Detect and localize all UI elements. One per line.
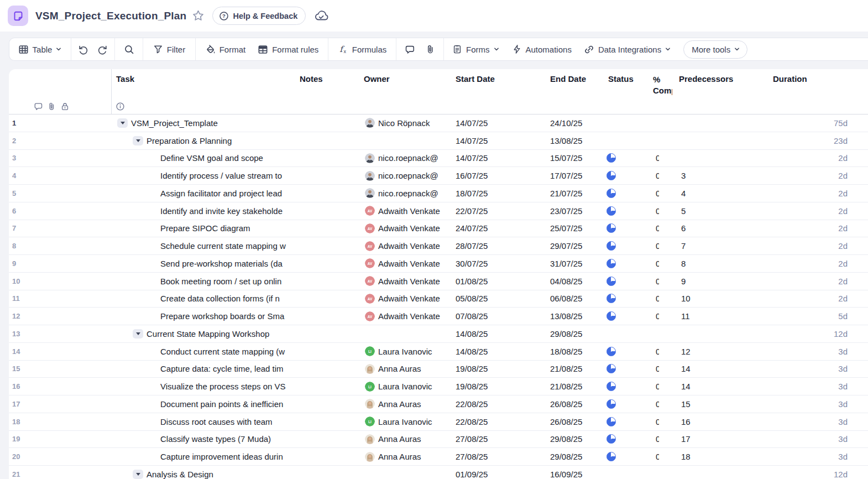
task-cell[interactable]: Classify waste types (7 Muda) <box>111 431 294 448</box>
row-number[interactable]: 9 <box>9 255 28 272</box>
task-cell[interactable]: Current State Mapping Workshop <box>111 325 294 342</box>
row-number[interactable]: 13 <box>9 325 28 342</box>
end-date-cell[interactable]: 16/09/25 <box>550 466 582 479</box>
percent-complete-cell[interactable] <box>656 132 659 149</box>
comment-icon[interactable] <box>34 102 43 111</box>
owner-cell[interactable]: LILaura Ivanovic <box>365 413 441 430</box>
toolbar-comment-icon[interactable] <box>405 44 415 55</box>
row-number[interactable]: 6 <box>9 202 28 220</box>
percent-complete-cell[interactable]: 0 <box>656 150 659 167</box>
end-date-cell[interactable]: 18/08/25 <box>550 343 582 360</box>
duration-cell[interactable]: 3d <box>773 361 848 378</box>
toolbar-filter[interactable]: Filter <box>153 44 185 54</box>
percent-complete-cell[interactable]: 0 <box>656 378 659 395</box>
owner-cell[interactable] <box>365 132 441 149</box>
task-cell[interactable]: Document pain points & inefficien <box>111 395 294 413</box>
status-cell[interactable] <box>606 395 616 413</box>
duration-cell[interactable]: 2d <box>773 202 848 220</box>
predecessors-cell[interactable]: 14 <box>681 378 691 395</box>
row-number[interactable]: 8 <box>9 237 28 254</box>
predecessors-cell[interactable]: 8 <box>681 255 686 272</box>
start-date-cell[interactable]: 16/07/25 <box>456 167 488 184</box>
predecessors-cell[interactable]: 15 <box>681 395 691 413</box>
toolbar-attachment-icon[interactable] <box>425 44 436 55</box>
row-number[interactable]: 2 <box>9 132 28 149</box>
start-date-cell[interactable]: 14/07/25 <box>456 132 488 149</box>
owner-cell[interactable] <box>365 466 441 479</box>
task-cell[interactable]: Define VSM goal and scope <box>111 150 294 167</box>
predecessors-cell[interactable]: 14 <box>681 361 691 378</box>
predecessors-cell[interactable]: 6 <box>681 220 686 237</box>
row-number[interactable]: 14 <box>9 343 28 360</box>
percent-complete-cell[interactable]: 0 <box>656 290 659 308</box>
row-number[interactable]: 10 <box>9 273 28 290</box>
duration-cell[interactable]: 2d <box>773 220 848 237</box>
start-date-cell[interactable]: 14/07/25 <box>456 114 488 132</box>
column-header-start-date[interactable]: Start Date <box>456 74 495 84</box>
task-cell[interactable]: VSM_Project_Template <box>111 114 294 132</box>
end-date-cell[interactable]: 31/07/25 <box>550 255 582 272</box>
owner-cell[interactable]: Anna Auras <box>365 448 441 465</box>
percent-complete-cell[interactable] <box>656 325 659 342</box>
status-cell[interactable] <box>606 237 616 254</box>
toolbar-formulas[interactable]: fxFormulas <box>338 44 387 55</box>
row-number[interactable]: 20 <box>9 448 28 465</box>
start-date-cell[interactable]: 14/07/25 <box>456 150 488 167</box>
attachment-icon[interactable] <box>47 102 56 111</box>
predecessors-cell[interactable]: 12 <box>681 343 691 360</box>
row-number[interactable]: 15 <box>9 361 28 378</box>
toolbar-forms[interactable]: Forms <box>452 44 500 54</box>
duration-cell[interactable]: 2d <box>773 237 848 254</box>
toolbar-automations[interactable]: Automations <box>512 44 572 54</box>
duration-cell[interactable]: 3d <box>773 378 848 395</box>
end-date-cell[interactable]: 15/07/25 <box>550 150 582 167</box>
task-cell[interactable]: Preparation & Planning <box>111 132 294 149</box>
row-number[interactable]: 4 <box>9 167 28 184</box>
start-date-cell[interactable]: 14/08/25 <box>456 343 488 360</box>
toolbar-more-tools[interactable]: More tools <box>683 40 747 59</box>
duration-cell[interactable]: 2d <box>773 255 848 272</box>
toolbar-data-integrations[interactable]: Data Integrations <box>584 44 671 55</box>
duration-cell[interactable]: 2d <box>773 273 848 290</box>
duration-cell[interactable]: 5d <box>773 308 848 325</box>
duration-cell[interactable]: 3d <box>773 395 848 413</box>
status-cell[interactable] <box>606 413 616 430</box>
duration-cell[interactable]: 2d <box>773 185 848 202</box>
task-cell[interactable]: Send pre-workshop materials (da <box>111 255 294 272</box>
end-date-cell[interactable]: 23/07/25 <box>550 202 582 220</box>
end-date-cell[interactable]: 26/08/25 <box>550 413 582 430</box>
owner-cell[interactable] <box>365 325 441 342</box>
start-date-cell[interactable]: 05/08/25 <box>456 290 488 308</box>
percent-complete-cell[interactable]: 0 <box>656 185 659 202</box>
duration-cell[interactable]: 3d <box>773 448 848 465</box>
predecessors-cell[interactable]: 18 <box>681 448 691 465</box>
row-number[interactable]: 3 <box>9 150 28 167</box>
owner-cell[interactable]: AVAdwaith Venkate <box>365 308 441 325</box>
owner-cell[interactable]: Anna Auras <box>365 361 441 378</box>
end-date-cell[interactable]: 21/08/25 <box>550 361 582 378</box>
task-cell[interactable]: Create data collection forms (if n <box>111 290 294 308</box>
status-cell[interactable] <box>606 273 616 290</box>
duration-cell[interactable]: 3d <box>773 343 848 360</box>
expand-collapse-toggle[interactable] <box>133 136 143 145</box>
column-header-task[interactable]: Task <box>116 74 134 84</box>
percent-complete-cell[interactable] <box>656 114 659 132</box>
expand-collapse-toggle[interactable] <box>133 470 143 479</box>
owner-cell[interactable]: AVAdwaith Venkate <box>365 220 441 237</box>
percent-complete-cell[interactable]: 0 <box>656 413 659 430</box>
duration-cell[interactable]: 2d <box>773 167 848 184</box>
status-cell[interactable] <box>606 448 616 465</box>
expand-collapse-toggle[interactable] <box>117 118 128 128</box>
owner-cell[interactable]: LILaura Ivanovic <box>365 378 441 395</box>
percent-complete-cell[interactable]: 0 <box>656 448 659 465</box>
owner-cell[interactable]: nico.roepnack@ <box>365 150 441 167</box>
end-date-cell[interactable]: 04/08/25 <box>550 273 582 290</box>
status-cell[interactable] <box>606 202 616 220</box>
start-date-cell[interactable]: 22/07/25 <box>456 202 488 220</box>
predecessors-cell[interactable]: 3 <box>681 167 686 184</box>
toolbar-undo-icon[interactable] <box>78 44 88 55</box>
task-cell[interactable]: Capture improvement ideas durin <box>111 448 294 465</box>
task-cell[interactable]: Prepare SIPOC diagram <box>111 220 294 237</box>
percent-complete-cell[interactable]: 0 <box>656 343 659 360</box>
end-date-cell[interactable]: 29/08/25 <box>550 325 582 342</box>
